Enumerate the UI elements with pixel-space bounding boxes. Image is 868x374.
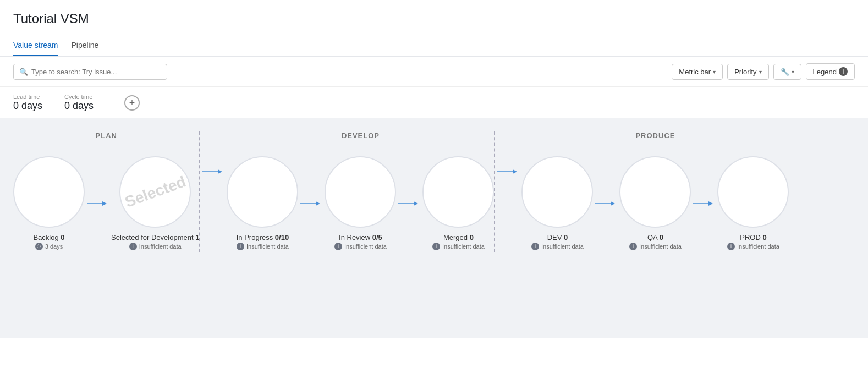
search-box: 🔍 — [13, 64, 167, 80]
merged-name: Merged 0 — [443, 233, 474, 241]
develop-section-label: DEVELOP — [227, 131, 494, 156]
search-icon: 🔍 — [19, 68, 28, 76]
selected-sub: i Insufficient data — [129, 243, 182, 250]
qa-name: QA 0 — [647, 233, 663, 241]
section-plan: PLAN Backlog 0 ⏱ 3 days — [13, 131, 199, 250]
in-progress-info: In Progress 0/10 i Insufficient data — [237, 233, 289, 250]
cycle-time-metric: Cycle time 0 days — [64, 94, 94, 112]
toolbar-right: Metric bar ▾ Priority ▾ 🔧 ▾ Legend i — [672, 63, 855, 80]
info-icon: i — [629, 243, 637, 250]
in-progress-circle — [227, 156, 298, 228]
stage-dev: DEV 0 i Insufficient data — [521, 156, 593, 250]
arrow-plan-to-develop — [202, 167, 224, 176]
vsm-container: PLAN Backlog 0 ⏱ 3 days — [0, 118, 868, 338]
svg-marker-1 — [102, 201, 107, 206]
divider-develop-produce — [494, 131, 495, 252]
merged-sub: i Insufficient data — [432, 243, 485, 250]
prod-sub: i Insufficient data — [727, 243, 779, 250]
stage-selected-for-development: Se­lect­ed Selected for Development 1 i … — [111, 156, 199, 250]
svg-marker-5 — [316, 201, 320, 206]
legend-label: Legend — [813, 68, 837, 76]
in-review-info: In Review 0/5 i Insufficient data — [334, 233, 387, 250]
cycle-time-value: 0 days — [64, 100, 94, 112]
backlog-sub: ⏱ 3 days — [35, 243, 63, 250]
divider-plan-develop — [199, 131, 200, 252]
backlog-circle — [13, 156, 85, 228]
settings-button[interactable]: 🔧 ▾ — [773, 64, 801, 80]
info-icon: i — [129, 243, 137, 250]
legend-button[interactable]: Legend i — [806, 63, 855, 80]
stage-prod: PROD 0 i Insufficient data — [717, 156, 789, 250]
arrow-backlog-to-selected — [87, 199, 109, 208]
svg-marker-3 — [218, 169, 222, 174]
arrow-inreview-to-merged — [398, 199, 420, 208]
search-input[interactable] — [31, 68, 161, 76]
wrench-icon: 🔧 — [781, 68, 789, 76]
tab-pipeline[interactable]: Pipeline — [71, 35, 98, 56]
prod-circle — [717, 156, 789, 228]
section-develop: DEVELOP In Progress 0/10 i Insufficient … — [227, 131, 494, 250]
qa-circle — [619, 156, 691, 228]
dev-sub: i Insufficient data — [531, 243, 584, 250]
toolbar: 🔍 Metric bar ▾ Priority ▾ 🔧 ▾ Legend i — [0, 57, 868, 87]
plan-stages: Backlog 0 ⏱ 3 days — [13, 156, 199, 250]
info-icon: i — [432, 243, 440, 250]
stage-backlog: Backlog 0 ⏱ 3 days — [13, 156, 85, 250]
clock-icon: ⏱ — [35, 243, 43, 250]
svg-marker-9 — [513, 169, 517, 174]
in-review-name: In Review 0/5 — [339, 233, 382, 241]
svg-marker-7 — [414, 201, 418, 206]
lead-time-label: Lead time — [13, 94, 42, 100]
stage-in-review: In Review 0/5 i Insufficient data — [325, 156, 396, 250]
stage-qa: QA 0 i Insufficient data — [619, 156, 691, 250]
info-icon: i — [237, 243, 244, 250]
in-review-circle — [325, 156, 396, 228]
arrow-inprogress-to-inreview — [300, 199, 322, 208]
develop-stages: In Progress 0/10 i Insufficient data — [227, 156, 494, 250]
chevron-down-icon: ▾ — [759, 69, 762, 75]
arrow-develop-to-produce — [497, 167, 519, 176]
tabs-bar: Value stream Pipeline — [0, 35, 868, 57]
add-stage-button[interactable]: + — [124, 95, 140, 111]
cycle-time-label: Cycle time — [64, 94, 94, 100]
selected-watermark: Se­lect­ed — [122, 173, 188, 212]
stage-merged: Merged 0 i Insufficient data — [422, 156, 494, 250]
chevron-down-icon: ▾ — [713, 69, 716, 75]
selected-circle: Se­lect­ed — [119, 156, 191, 228]
merged-circle — [422, 156, 494, 228]
prod-info: PROD 0 i Insufficient data — [727, 233, 779, 250]
arrow-dev-to-qa — [595, 199, 617, 208]
prod-name: PROD 0 — [740, 233, 766, 241]
stage-in-progress: In Progress 0/10 i Insufficient data — [227, 156, 298, 250]
info-icon: i — [727, 243, 735, 250]
produce-stages: DEV 0 i Insufficient data — [521, 156, 789, 250]
info-icon: i — [334, 243, 342, 250]
produce-section-label: PRODUCE — [521, 131, 789, 156]
merged-info: Merged 0 i Insufficient data — [432, 233, 485, 250]
svg-marker-13 — [708, 201, 713, 206]
info-icon: i — [839, 67, 848, 76]
section-produce: PRODUCE DEV 0 i Insufficient data — [521, 131, 789, 250]
lead-time-metric: Lead time 0 days — [13, 94, 42, 112]
dev-info: DEV 0 i Insufficient data — [531, 233, 584, 250]
tab-value-stream[interactable]: Value stream — [13, 35, 58, 56]
in-review-sub: i Insufficient data — [334, 243, 387, 250]
page-title: Tutorial VSM — [13, 11, 855, 26]
qa-info: QA 0 i Insufficient data — [629, 233, 682, 250]
metric-bar-label: Metric bar — [679, 68, 711, 76]
qa-sub: i Insufficient data — [629, 243, 682, 250]
dev-name: DEV 0 — [547, 233, 568, 241]
chevron-down-icon: ▾ — [792, 69, 794, 75]
plan-section-label: PLAN — [13, 131, 199, 156]
in-progress-name: In Progress 0/10 — [237, 233, 289, 241]
svg-marker-11 — [611, 201, 615, 206]
priority-button[interactable]: Priority ▾ — [727, 64, 768, 80]
lead-time-value: 0 days — [13, 100, 42, 112]
selected-name: Selected for Development 1 — [111, 233, 199, 241]
backlog-name: Backlog 0 — [33, 233, 64, 241]
priority-label: Priority — [734, 68, 756, 76]
arrow-qa-to-prod — [693, 199, 715, 208]
metric-bar-button[interactable]: Metric bar ▾ — [672, 64, 723, 80]
backlog-info: Backlog 0 ⏱ 3 days — [33, 233, 64, 250]
in-progress-sub: i Insufficient data — [237, 243, 289, 250]
